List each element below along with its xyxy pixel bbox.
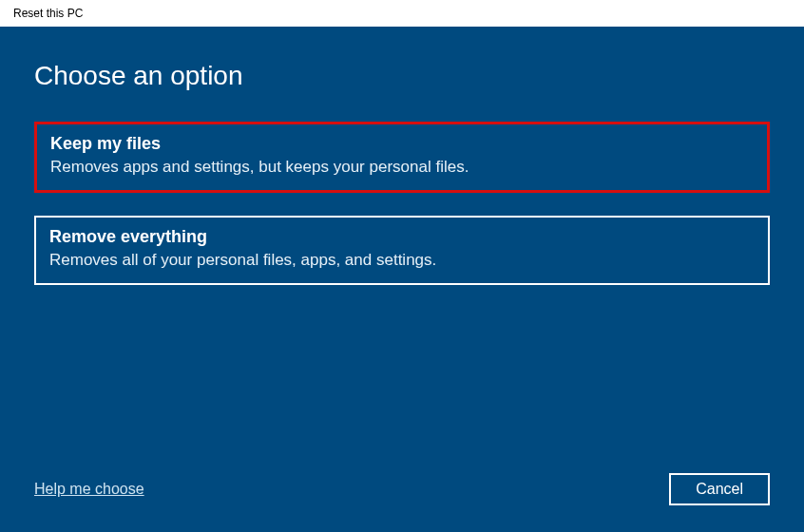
page-title: Choose an option [34, 61, 770, 91]
window-title-bar: Reset this PC [0, 0, 804, 27]
option-title: Remove everything [49, 227, 755, 247]
option-title: Keep my files [50, 134, 754, 154]
help-me-choose-link[interactable]: Help me choose [34, 481, 144, 498]
option-description: Removes apps and settings, but keeps you… [50, 158, 754, 177]
option-keep-my-files[interactable]: Keep my files Removes apps and settings,… [34, 122, 770, 193]
option-list: Keep my files Removes apps and settings,… [34, 122, 770, 285]
main-panel: Choose an option Keep my files Removes a… [0, 27, 804, 532]
option-description: Removes all of your personal files, apps… [49, 251, 755, 270]
window-title: Reset this PC [13, 7, 83, 20]
footer: Help me choose Cancel [34, 473, 770, 505]
option-remove-everything[interactable]: Remove everything Removes all of your pe… [34, 216, 770, 285]
cancel-button[interactable]: Cancel [669, 473, 770, 505]
